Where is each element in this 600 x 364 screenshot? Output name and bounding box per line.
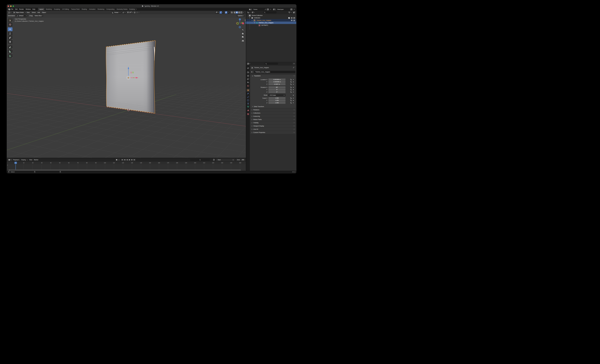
svg-text:X: X [243, 23, 244, 24]
svg-text:Z: Z [240, 19, 240, 20]
svg-text:Y: Y [242, 22, 242, 23]
